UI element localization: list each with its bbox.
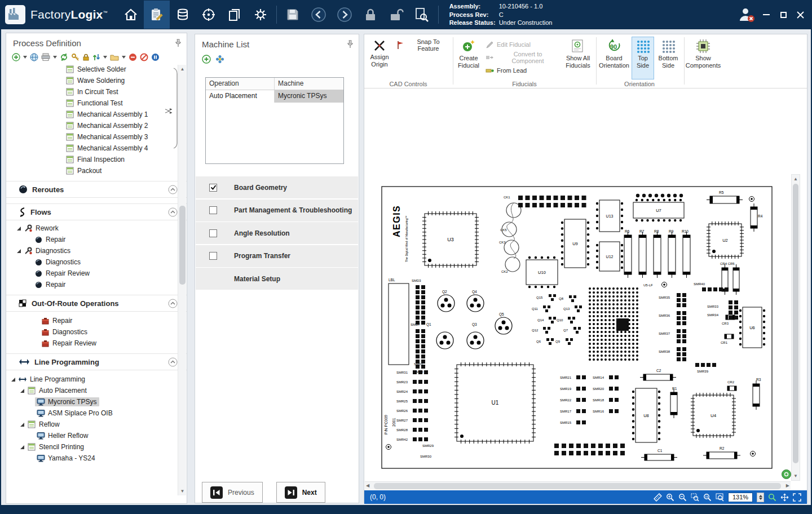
- lock-icon[interactable]: [358, 1, 383, 29]
- lock-gold-icon[interactable]: [82, 53, 90, 61]
- dropdown-caret-icon[interactable]: [53, 56, 57, 59]
- section-out-of-route[interactable]: Out-Of-Route Operations: [6, 295, 187, 312]
- operation-item[interactable]: Mechanical Assembly 2: [6, 120, 187, 131]
- line-programming-item[interactable]: Heller Reflow: [6, 430, 187, 441]
- cad-horizontal-scrollbar[interactable]: ◀ ▶: [365, 481, 791, 490]
- column-header[interactable]: Operation: [206, 78, 275, 90]
- section-line-programming[interactable]: Line Programming: [6, 353, 187, 370]
- pin-icon[interactable]: [347, 40, 354, 48]
- checkbox[interactable]: [209, 184, 217, 192]
- show-all-fiducials-button[interactable]: Show All Fiducials: [563, 37, 593, 79]
- operation-item[interactable]: Wave Soldering: [6, 75, 187, 86]
- convert-to-component-button[interactable]: Convert to Component: [483, 51, 562, 64]
- home-icon[interactable]: [118, 1, 144, 29]
- next-button[interactable]: Next: [276, 482, 325, 503]
- measure-icon[interactable]: [654, 493, 662, 502]
- scrollbar-thumb[interactable]: [793, 184, 798, 463]
- collapse-chevron-icon[interactable]: [168, 207, 178, 217]
- dropdown-caret-icon[interactable]: [23, 56, 27, 59]
- operation-cell[interactable]: Auto Placement: [206, 90, 275, 103]
- forward-icon[interactable]: [332, 1, 358, 29]
- assign-origin-button[interactable]: Assign Origin: [365, 37, 394, 79]
- sync-icon[interactable]: [60, 53, 68, 61]
- zoom-in-icon[interactable]: [666, 493, 674, 502]
- user-icon[interactable]: [735, 1, 758, 29]
- block-icon[interactable]: [140, 53, 148, 61]
- operation-item[interactable]: Selective Solder: [6, 64, 187, 75]
- create-fiducial-button[interactable]: Create Fiducial: [455, 37, 482, 79]
- zoom-actual-icon[interactable]: [703, 493, 712, 502]
- scroll-right-icon[interactable]: ▶: [786, 483, 789, 488]
- column-header[interactable]: Machine: [275, 78, 343, 90]
- collapse-chevron-icon[interactable]: [168, 299, 178, 308]
- scrollbar-thumb[interactable]: [374, 483, 781, 489]
- operation-item[interactable]: Final Inspection: [6, 154, 187, 165]
- fit-view-icon[interactable]: [793, 493, 801, 502]
- back-icon[interactable]: [306, 1, 332, 29]
- operation-item[interactable]: Functional Test: [6, 98, 187, 109]
- flow-item[interactable]: Rework: [6, 223, 187, 234]
- scrollbar-thumb[interactable]: [179, 206, 186, 285]
- dropdown-caret-icon[interactable]: [122, 56, 126, 59]
- collapse-chevron-icon[interactable]: [168, 357, 178, 367]
- documents-icon[interactable]: [222, 1, 248, 29]
- checklist-row[interactable]: Material Setup: [196, 268, 358, 290]
- close-icon[interactable]: [792, 7, 809, 23]
- zoom-spinner[interactable]: [757, 493, 764, 502]
- settings-icon[interactable]: [248, 1, 273, 29]
- checklist-row[interactable]: Angle Resolution: [196, 222, 358, 244]
- line-programming-item[interactable]: Yamaha - YS24: [6, 453, 187, 464]
- deployment-icon[interactable]: [196, 1, 222, 29]
- checklist-row[interactable]: Part Management & Troubleshooting: [196, 200, 358, 221]
- flow-item[interactable]: Repair: [6, 234, 187, 245]
- save-icon[interactable]: [280, 1, 306, 29]
- line-programming-item[interactable]: Line Programming: [6, 374, 187, 385]
- section-reroutes[interactable]: Reroutes: [6, 181, 187, 198]
- operation-item[interactable]: Mechanical Assembly 1: [6, 109, 187, 120]
- zoom-window-icon[interactable]: [691, 493, 699, 502]
- view-options-icon[interactable]: [782, 469, 791, 479]
- scroll-left-icon[interactable]: ◀: [366, 483, 369, 488]
- maximize-icon[interactable]: [775, 7, 792, 23]
- checklist-row[interactable]: Board Geometry: [196, 176, 358, 198]
- zoom-out-icon[interactable]: [678, 493, 687, 502]
- pin-icon[interactable]: [175, 39, 182, 47]
- scroll-down-icon[interactable]: ▼: [178, 487, 187, 495]
- settings-flower-icon[interactable]: [215, 55, 224, 64]
- checklist-row[interactable]: Program Transfer: [196, 245, 358, 267]
- scroll-down-icon[interactable]: ▼: [792, 472, 800, 480]
- folder-icon[interactable]: [110, 54, 119, 61]
- out-of-route-item[interactable]: Diagnostics: [6, 326, 187, 338]
- scroll-up-icon[interactable]: ▲: [792, 175, 800, 183]
- operation-item[interactable]: In Circuit Test: [6, 86, 187, 98]
- tree-expander-icon[interactable]: [15, 249, 23, 254]
- section-flows[interactable]: Flows: [6, 203, 187, 220]
- pan-icon[interactable]: [780, 493, 789, 502]
- top-side-button[interactable]: Top Side: [632, 37, 654, 79]
- zoom-level-value[interactable]: 131%: [728, 493, 753, 502]
- data-management-icon[interactable]: [170, 1, 196, 29]
- tree-expander-icon[interactable]: [10, 377, 17, 382]
- machine-table[interactable]: OperationMachineAuto PlacementMycronic T…: [205, 77, 344, 164]
- operation-item[interactable]: Packout: [6, 165, 187, 176]
- collapse-chevron-icon[interactable]: [168, 185, 178, 194]
- tree-expander-icon[interactable]: [19, 422, 26, 427]
- board-orientation-button[interactable]: 90 Board Orientation: [598, 37, 630, 79]
- scroll-up-icon[interactable]: ▲: [178, 65, 187, 73]
- transfer-icon[interactable]: [92, 53, 100, 61]
- tree-expander-icon[interactable]: [19, 388, 26, 393]
- add-icon[interactable]: [12, 53, 20, 61]
- operation-item[interactable]: Mechanical Assembly 3: [6, 131, 187, 143]
- unlock-icon[interactable]: [383, 1, 409, 29]
- checkbox[interactable]: [209, 229, 217, 237]
- from-lead-button[interactable]: From Lead: [483, 64, 539, 77]
- previous-button[interactable]: Previous: [202, 482, 263, 503]
- add-machine-icon[interactable]: [202, 55, 211, 64]
- cad-vertical-scrollbar[interactable]: ▲ ▼: [791, 174, 800, 481]
- zoom-region-icon[interactable]: [768, 493, 776, 502]
- zoom-fit-icon[interactable]: [716, 493, 724, 502]
- tree-expander-icon[interactable]: [19, 445, 26, 450]
- checkbox[interactable]: [209, 206, 217, 214]
- flow-item[interactable]: Repair Review: [6, 268, 187, 279]
- machine-table-row[interactable]: Auto PlacementMycronic TPSys: [206, 90, 343, 103]
